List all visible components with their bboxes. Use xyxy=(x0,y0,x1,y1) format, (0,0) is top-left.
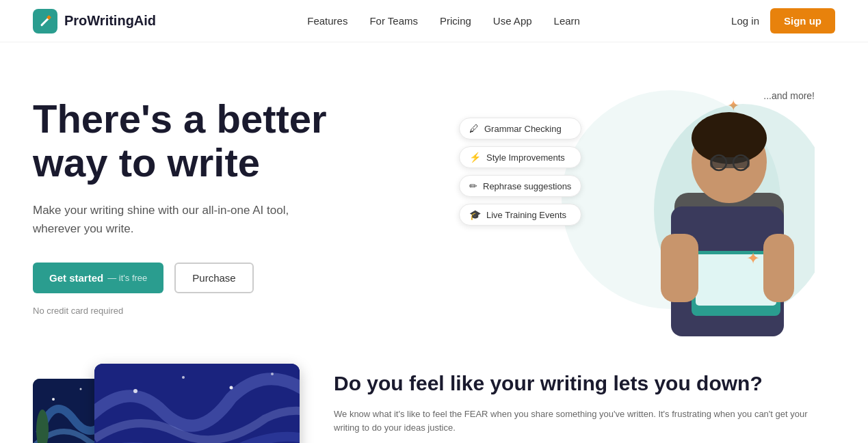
feature-tag-grammar: 🖊 Grammar Checking xyxy=(459,118,581,139)
svg-point-28 xyxy=(230,386,233,390)
svg-point-6 xyxy=(692,112,767,164)
logo-icon xyxy=(33,9,57,33)
training-icon: 🎓 xyxy=(469,209,481,220)
hero-left: There's a better way to write Make your … xyxy=(33,83,389,316)
rephrase-icon: ✏ xyxy=(469,180,477,191)
svg-rect-13 xyxy=(763,234,794,302)
style-icon: ⚡ xyxy=(469,152,481,163)
hero-section: There's a better way to write Make your … xyxy=(0,42,868,364)
brand-name: ProWritingAid xyxy=(64,13,156,29)
svg-point-27 xyxy=(182,376,185,379)
svg-point-15 xyxy=(52,398,55,401)
section2-description: We know what it's like to feel the FEAR … xyxy=(334,407,835,436)
logo-link[interactable]: ProWritingAid xyxy=(33,9,156,33)
nav-learn[interactable]: Learn xyxy=(554,15,580,27)
navbar: ProWritingAid Features For Teams Pricing… xyxy=(0,0,868,42)
feature-tag-rephrase: ✏ Rephrase suggestions xyxy=(459,175,581,197)
blue-swirl-card xyxy=(94,364,300,443)
art-cards: My idea in my head xyxy=(33,364,293,443)
nav-use-app[interactable]: Use App xyxy=(493,15,532,27)
nav-teams[interactable]: For Teams xyxy=(369,15,418,27)
grammar-icon: 🖊 xyxy=(469,123,479,134)
nav-pricing[interactable]: Pricing xyxy=(440,15,471,27)
nav-links: Features For Teams Pricing Use App Learn xyxy=(307,15,580,27)
hero-title: There's a better way to write xyxy=(33,97,389,185)
hero-person-illustration xyxy=(609,83,815,336)
section2-right: Do you feel like your writing lets you d… xyxy=(334,364,835,435)
svg-rect-12 xyxy=(661,234,698,302)
purchase-button[interactable]: Purchase xyxy=(174,263,253,293)
section2-title: Do you feel like your writing lets you d… xyxy=(334,371,835,397)
feature-tag-style: ⚡ Style Improvements xyxy=(459,146,581,168)
gold-sparkle: ✦ xyxy=(746,249,760,268)
nav-actions: Log in Sign up xyxy=(731,8,835,33)
svg-point-29 xyxy=(271,373,274,375)
svg-rect-7 xyxy=(710,157,750,168)
nav-features[interactable]: Features xyxy=(307,15,347,27)
svg-point-16 xyxy=(80,388,82,390)
feature-tag-training: 🎓 Live Training Events xyxy=(459,204,581,226)
blue-card-svg xyxy=(94,364,300,443)
hero-right: ...and more! ✦ 🖊 Grammar Checking ⚡ Styl… xyxy=(452,77,835,336)
section2-illustration: My idea in my head xyxy=(33,364,293,443)
hero-subtitle: Make your writing shine with our all-in-… xyxy=(33,201,293,238)
no-credit-card-text: No credit card required xyxy=(33,306,389,316)
signup-button[interactable]: Sign up xyxy=(770,8,835,33)
hero-buttons: Get started — it's free Purchase xyxy=(33,263,389,293)
get-started-button[interactable]: Get started — it's free xyxy=(33,263,163,293)
section2: My idea in my head Do you feel like your… xyxy=(0,364,868,443)
feature-tags-container: 🖊 Grammar Checking ⚡ Style Improvements … xyxy=(459,118,581,226)
svg-point-26 xyxy=(133,389,137,393)
login-button[interactable]: Log in xyxy=(731,15,759,27)
